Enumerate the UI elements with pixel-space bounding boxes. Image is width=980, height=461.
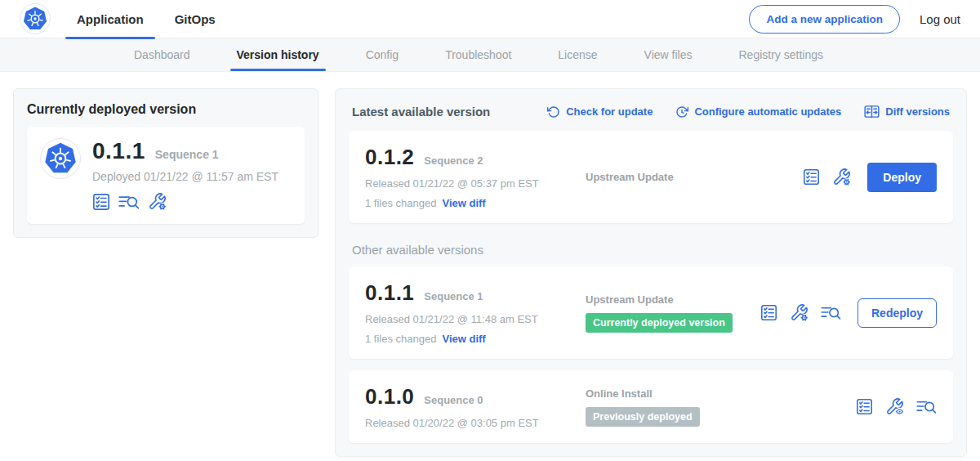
version-card-0-1-1: 0.1.1 Sequence 1 Released 01/21/22 @ 11:…	[349, 266, 953, 359]
refresh-icon	[547, 105, 560, 119]
view-diff-link[interactable]: View diff	[442, 333, 485, 345]
deployed-timestamp: Deployed 01/21/22 @ 11:57 am EST	[92, 170, 278, 183]
diff-versions-label: Diff versions	[885, 105, 950, 118]
app-subnav: Dashboard Version history Config Trouble…	[0, 38, 980, 72]
tab-application-label: Application	[77, 12, 144, 26]
version-card-0-1-2: 0.1.2 Sequence 2 Released 01/21/22 @ 05:…	[349, 131, 953, 223]
clock-refresh-icon	[675, 105, 688, 119]
previously-deployed-badge: Previously deployed	[586, 407, 700, 427]
other-available-versions-title: Other available versions	[352, 243, 950, 257]
version-source-label: Upstream Update	[586, 293, 760, 306]
check-for-update-label: Check for update	[566, 105, 653, 118]
files-changed-label: 1 files changed	[365, 333, 436, 345]
kubernetes-logo-icon	[23, 7, 47, 31]
version-number: 0.1.0	[365, 384, 414, 410]
version-source-label: Upstream Update	[586, 171, 803, 183]
configure-automatic-updates-label: Configure automatic updates	[694, 105, 841, 118]
sequence-label: Sequence 1	[424, 290, 483, 302]
logs-search-icon[interactable]	[916, 398, 937, 415]
top-header: Application GitOps Add a new application…	[0, 0, 980, 38]
sequence-label: Sequence 0	[424, 394, 483, 406]
kubernetes-logo-icon	[44, 142, 77, 175]
wrench-gear-icon[interactable]	[148, 192, 167, 211]
subnav-license[interactable]: License	[558, 38, 597, 71]
deployed-version-number: 0.1.1	[92, 138, 145, 164]
diff-icon	[864, 104, 880, 119]
main-content: Currently deployed version 0.1.1 Sequenc…	[0, 72, 980, 461]
subnav-dashboard[interactable]: Dashboard	[134, 38, 190, 71]
deployed-app-logo	[40, 138, 81, 179]
add-application-button[interactable]: Add a new application	[749, 5, 900, 34]
subnav-troubleshoot[interactable]: Troubleshoot	[445, 38, 511, 71]
subnav-view-files[interactable]: View files	[644, 38, 693, 71]
checklist-icon[interactable]	[92, 193, 110, 211]
released-timestamp: Released 01/21/22 @ 11:48 am EST	[365, 313, 574, 325]
subnav-version-history[interactable]: Version history	[237, 38, 319, 71]
version-number: 0.1.2	[365, 145, 414, 170]
available-versions-panel: Latest available version Check for updat…	[335, 88, 967, 457]
currently-deployed-panel: Currently deployed version 0.1.1 Sequenc…	[13, 88, 318, 238]
wrench-gear-icon[interactable]	[832, 168, 851, 186]
version-source-label: Online Install	[586, 387, 856, 400]
latest-available-title: Latest available version	[352, 105, 490, 119]
view-diff-link[interactable]: View diff	[442, 197, 485, 209]
subnav-config[interactable]: Config	[366, 38, 399, 71]
logout-button[interactable]: Log out	[920, 12, 960, 26]
released-timestamp: Released 01/21/22 @ 05:37 pm EST	[365, 177, 574, 190]
wrench-gear-icon[interactable]	[790, 303, 808, 322]
redeploy-button[interactable]: Redeploy	[858, 298, 937, 328]
checklist-icon[interactable]	[803, 168, 820, 186]
wrench-eye-icon[interactable]	[885, 397, 904, 416]
tab-gitops-label: GitOps	[175, 12, 216, 26]
deployed-version-card: 0.1.1 Sequence 1 Deployed 01/21/22 @ 11:…	[27, 127, 305, 224]
logs-search-icon[interactable]	[118, 193, 140, 211]
released-timestamp: Released 01/20/22 @ 03:05 pm EST	[365, 417, 574, 429]
files-changed-label: 1 files changed	[365, 197, 436, 209]
diff-versions-link[interactable]: Diff versions	[864, 104, 950, 119]
checklist-icon[interactable]	[760, 304, 777, 321]
version-card-0-1-0: 0.1.0 Sequence 0 Released 01/20/22 @ 03:…	[349, 370, 953, 443]
version-number: 0.1.1	[365, 280, 414, 306]
subnav-registry-settings[interactable]: Registry settings	[738, 38, 822, 71]
tab-application[interactable]: Application	[77, 0, 144, 38]
configure-automatic-updates-link[interactable]: Configure automatic updates	[675, 105, 841, 119]
currently-deployed-badge: Currently deployed version	[586, 313, 733, 333]
sequence-label: Sequence 2	[424, 154, 483, 167]
deploy-button[interactable]: Deploy	[867, 163, 937, 192]
app-logo	[20, 3, 51, 34]
logs-search-icon[interactable]	[821, 304, 841, 321]
check-for-update-link[interactable]: Check for update	[547, 105, 653, 119]
currently-deployed-title: Currently deployed version	[27, 102, 305, 117]
checklist-icon[interactable]	[856, 398, 873, 415]
tab-gitops[interactable]: GitOps	[175, 0, 216, 38]
deployed-sequence-label: Sequence 1	[155, 148, 219, 161]
